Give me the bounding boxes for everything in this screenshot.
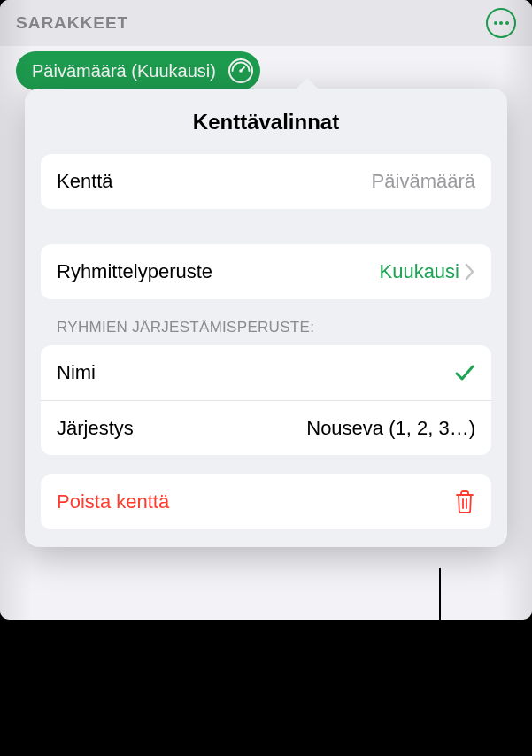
trash-icon [454, 490, 475, 514]
header-bar: SARAKKEET [0, 0, 532, 46]
field-row: Kenttä Päivämäärä [41, 154, 491, 209]
sort-section-label: RYHMIEN JÄRJESTÄMISPERUSTE: [41, 319, 491, 345]
field-options-icon [225, 55, 257, 87]
sort-order-row[interactable]: Järjestys Nouseva (1, 2, 3…) [41, 400, 491, 455]
callout-line [439, 568, 441, 692]
header-title: SARAKKEET [16, 13, 128, 33]
more-button[interactable] [486, 8, 516, 38]
popover-title: Kenttävalinnat [41, 110, 491, 135]
field-options-popover: Kenttävalinnat Kenttä Päivämäärä Ryhmitt… [25, 89, 507, 547]
chevron-right-icon [465, 263, 475, 281]
delete-label: Poista kenttä [57, 490, 169, 513]
ellipsis-icon [494, 21, 509, 25]
sort-by-name-row[interactable]: Nimi [41, 345, 491, 400]
sort-order-value: Nouseva (1, 2, 3…) [306, 417, 475, 440]
sort-name-label: Nimi [57, 361, 96, 384]
sort-order-label: Järjestys [57, 417, 134, 440]
group-by-label: Ryhmittelyperuste [57, 260, 212, 283]
pill-label: Päivämäärä (Kuukausi) [32, 61, 216, 81]
group-by-value: Kuukausi [379, 260, 459, 283]
field-label: Kenttä [57, 170, 113, 193]
field-value: Päivämäärä [372, 170, 475, 193]
delete-field-button[interactable]: Poista kenttä [41, 474, 491, 529]
group-by-row[interactable]: Ryhmittelyperuste Kuukausi [41, 244, 491, 299]
column-field-pill[interactable]: Päivämäärä (Kuukausi) [16, 51, 260, 90]
checkmark-icon [454, 363, 475, 382]
